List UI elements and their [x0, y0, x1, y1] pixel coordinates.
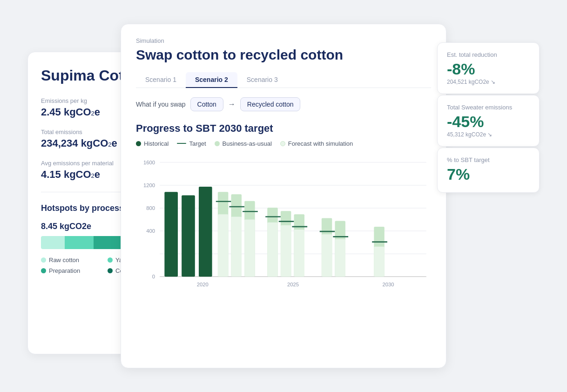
- legend-circle-forecast: [280, 141, 285, 146]
- legend-label-2: Preparation: [49, 267, 80, 274]
- legend-text-bau: Business-as-usual: [223, 140, 272, 147]
- stat-sub-1: 45,312 kgCO2e ↘: [447, 131, 530, 138]
- tab-scenario-1[interactable]: Scenario 1: [136, 72, 186, 88]
- bar-sim-2030: [374, 246, 384, 276]
- bar-historical-2021: [199, 186, 212, 276]
- svg-text:0: 0: [152, 274, 155, 279]
- progress-chart: 1600 1200 800 400 0 2020 2025 2030: [136, 155, 431, 304]
- stat-card-sweater-emissions: Total Sweater emissions -45% 45,312 kgCO…: [437, 95, 540, 147]
- bar-sim-2024: [244, 219, 255, 277]
- svg-text:2025: 2025: [287, 281, 299, 287]
- swap-arrow-icon: →: [228, 100, 236, 108]
- swap-from-pill[interactable]: Cotton: [190, 97, 223, 111]
- tab-scenario-3[interactable]: Scenario 3: [237, 72, 287, 88]
- bar-sim-2026: [281, 225, 291, 276]
- right-stat-cards: Est. total reduction -8% 204,521 kgCO2e …: [437, 42, 540, 194]
- legend-dot-3: [108, 268, 113, 273]
- svg-text:2020: 2020: [197, 281, 209, 287]
- tab-scenario-2[interactable]: Scenario 2: [186, 72, 237, 88]
- legend-raw-cotton: Raw cotton: [41, 257, 106, 264]
- bar-sim-2028: [322, 234, 332, 277]
- stat-sub-0: 204,521 kgCO2e ↘: [447, 79, 530, 85]
- svg-text:2030: 2030: [382, 281, 394, 287]
- chart-legend: Historical Target Business-as-usual Fore…: [136, 140, 431, 147]
- svg-text:1600: 1600: [143, 159, 155, 165]
- legend-dash-target: [177, 143, 186, 144]
- legend-circle-bau: [215, 141, 220, 146]
- scenario-tabs: Scenario 1 Scenario 2 Scenario 3: [136, 72, 431, 88]
- stat-value-1: -45%: [447, 114, 530, 129]
- main-simulation-card: Simulation Swap cotton to recycled cotto…: [121, 24, 446, 368]
- legend-text-historical: Historical: [144, 140, 169, 147]
- legend-preparation: Preparation: [41, 267, 106, 274]
- chart-title: Progress to SBT 2030 target: [136, 122, 431, 135]
- chart-area: 1600 1200 800 400 0 2020 2025 2030: [136, 155, 431, 304]
- swap-to-pill[interactable]: Recycled cotton: [240, 97, 301, 111]
- bar-sim-2029: [335, 239, 345, 277]
- svg-text:400: 400: [146, 228, 155, 234]
- legend-dot-0: [41, 257, 46, 263]
- legend-label-0: Raw cotton: [49, 257, 79, 264]
- legend-bau: Business-as-usual: [215, 140, 272, 147]
- bar-historical-2020: [182, 195, 195, 277]
- stat-label-0: Est. total reduction: [447, 51, 530, 58]
- bar-sim-2022: [218, 214, 228, 277]
- legend-historical: Historical: [136, 140, 169, 147]
- stat-card-total-reduction: Est. total reduction -8% 204,521 kgCO2e …: [437, 42, 540, 94]
- stat-value-2: 7%: [447, 166, 530, 182]
- bar-sim-2023: [231, 216, 242, 277]
- bar-historical-2019: [164, 192, 178, 277]
- svg-text:800: 800: [146, 205, 155, 211]
- legend-forecast-sim: Forecast with simulation: [280, 140, 353, 147]
- legend-target: Target: [177, 140, 206, 147]
- stat-label-1: Total Sweater emissions: [447, 104, 530, 111]
- swap-label: What if you swap: [136, 101, 186, 108]
- stat-card-sbt-target: % to SBT target 7%: [437, 148, 540, 193]
- bar-seg-1: [65, 236, 94, 249]
- stat-label-2: % to SBT target: [447, 156, 530, 163]
- simulation-label: Simulation: [136, 37, 431, 44]
- simulation-title: Swap cotton to recycled cotton: [136, 47, 431, 63]
- bar-sim-2027: [294, 230, 304, 277]
- legend-dot-1: [108, 257, 113, 263]
- svg-text:1200: 1200: [143, 182, 155, 188]
- legend-text-forecast: Forecast with simulation: [288, 140, 353, 147]
- legend-text-target: Target: [189, 140, 206, 147]
- legend-circle-historical: [136, 141, 141, 146]
- bar-seg-0: [41, 236, 65, 249]
- legend-dot-2: [41, 268, 46, 273]
- stat-value-0: -8%: [447, 61, 530, 77]
- bar-sim-2025: [267, 222, 277, 277]
- swap-row: What if you swap Cotton → Recycled cotto…: [136, 97, 431, 111]
